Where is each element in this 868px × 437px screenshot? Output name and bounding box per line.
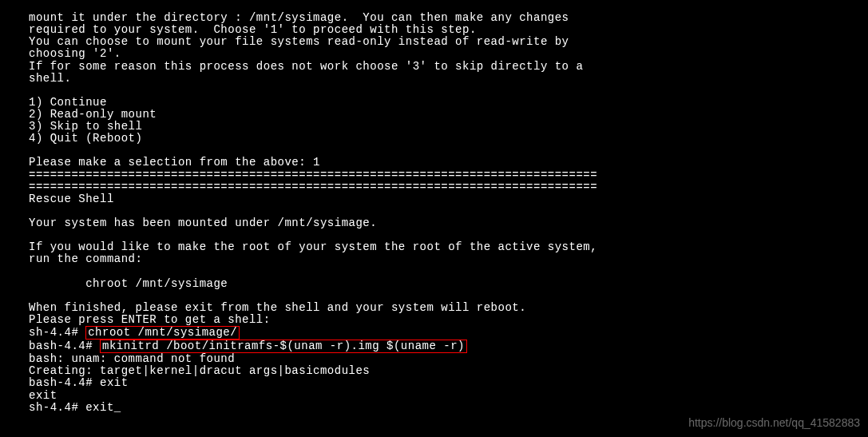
menu-option-continue: 1) Continue [29,96,107,109]
menu-option-readonly: 2) Read-only mount [29,108,157,121]
terminal-line: shell. [29,72,71,85]
exit-command: bash-4.4# exit [29,376,129,389]
divider: ========================================… [29,181,597,193]
mkinitrd-highlighted-command: mkinitrd /boot/initramfs-$(unam -r).img … [100,340,467,353]
enter-prompt: Please press ENTER to get a shell: [29,313,271,326]
terminal-line: If for some reason this process does not… [29,60,583,73]
divider: ========================================… [29,169,597,181]
terminal-line: If you would like to make the root of yo… [29,240,597,253]
terminal-line: mount it under the directory : /mnt/sysi… [29,11,569,24]
shell-prompt-line: sh-4.4# chroot /mnt/sysimage/ [29,326,240,339]
shell-title: Rescue Shell [29,193,114,205]
terminal-line: choosing '2'. [29,47,121,60]
selection-prompt: Please make a selection from the above: … [29,156,320,169]
bash-prompt: bash-4.4# [29,340,100,352]
terminal-line: run the command: [29,252,142,265]
shell-prompt: sh-4.4# [29,326,85,339]
terminal-line: You can choose to mount your file system… [29,35,569,48]
exit-output: exit [29,389,57,402]
creating-output: Creating: target|kernel|dracut args|basi… [29,364,370,377]
error-output: bash: unam: command not found [29,352,235,365]
menu-option-quit: 4) Quit (Reboot) [29,132,142,145]
terminal-line: required to your system. Choose '1' to p… [29,23,477,36]
chroot-highlighted-command: chroot /mnt/sysimage/ [85,326,240,340]
mount-info: Your system has been mounted under /mnt/… [29,217,377,229]
chroot-command: chroot /mnt/sysimage [29,277,228,290]
terminal-output[interactable]: mount it under the directory : /mnt/sysi… [0,0,868,414]
menu-option-skip: 3) Skip to shell [29,120,142,133]
watermark-text: https://blog.csdn.net/qq_41582883 [688,417,860,429]
terminal-line: When finished, please exit from the shel… [29,301,526,314]
bash-prompt-line: bash-4.4# mkinitrd /boot/initramfs-$(una… [29,340,467,352]
shell-exit-command: sh-4.4# exit_ [29,401,121,414]
